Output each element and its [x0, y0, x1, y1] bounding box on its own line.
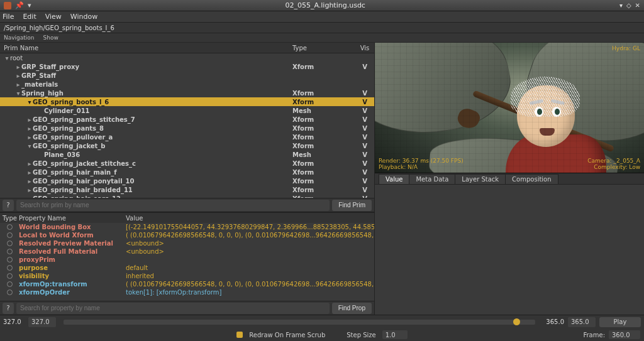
tree-item-vis[interactable]: V: [355, 160, 374, 167]
tree-item-vis[interactable]: V: [355, 169, 374, 176]
pin-icon[interactable]: 📌: [15, 1, 24, 9]
disclosure-icon[interactable]: ▸: [26, 169, 33, 176]
col-prop-type[interactable]: Type: [0, 215, 19, 222]
find-prop-button[interactable]: Find Prop: [332, 303, 372, 314]
tree-item-vis[interactable]: V: [355, 143, 374, 149]
tree-item-vis[interactable]: V: [355, 63, 374, 70]
close-icon[interactable]: ✕: [635, 2, 640, 9]
end-frame-input[interactable]: 365.0: [568, 317, 596, 327]
property-value: ( (0.0106796426698566548, 0, 0, 0), (0, …: [126, 281, 374, 288]
property-row[interactable]: Resolved Preview Material<unbound>: [0, 239, 374, 247]
tree-row[interactable]: Plane_036MeshV: [0, 150, 374, 159]
tree-row[interactable]: ▾Spring_highXformV: [0, 89, 374, 97]
menu-edit[interactable]: Edit: [23, 13, 36, 21]
timeline-handle[interactable]: [513, 318, 520, 325]
help-button[interactable]: ?: [3, 200, 14, 211]
tree-item-vis[interactable]: V: [355, 178, 374, 185]
col-prim-name[interactable]: Prim Name: [0, 45, 292, 51]
navigation-menu[interactable]: Navigation: [4, 35, 35, 41]
tree-row[interactable]: ▸_materials: [0, 80, 374, 89]
find-prim-row: ? Find Prim: [0, 198, 374, 212]
disclosure-icon[interactable]: ▾: [26, 99, 33, 106]
search-prop-input[interactable]: [16, 303, 330, 314]
disclosure-icon[interactable]: ▸: [26, 160, 33, 167]
disclosure-icon[interactable]: ▸: [26, 125, 33, 132]
menu-file[interactable]: File: [3, 13, 14, 21]
col-prop-value[interactable]: Value: [126, 215, 374, 222]
property-row[interactable]: xformOpOrdertoken[1]: [xformOp:transform…: [0, 288, 374, 296]
property-row[interactable]: Resolved Full Material<unbound>: [0, 247, 374, 256]
tree-item-vis[interactable]: V: [355, 187, 374, 193]
tree-row[interactable]: ▸GEO_spring_pants_stitches_7XformV: [0, 115, 374, 124]
step-size-input[interactable]: 1.0: [382, 330, 408, 339]
tree-row[interactable]: ▸GEO_spring_hair_ponytail_10XformV: [0, 176, 374, 185]
maximize-icon[interactable]: ◇: [626, 2, 631, 9]
property-type-icon: [7, 273, 13, 279]
col-prop-name[interactable]: Property Name: [19, 215, 126, 222]
tree-row[interactable]: ▾GEO_spring_boots_l_6XformV: [0, 97, 374, 106]
tree-item-vis[interactable]: V: [355, 134, 374, 141]
minimize-icon[interactable]: ▾: [619, 2, 623, 9]
tree-row[interactable]: ▸GEO_spring_jacket_stitches_cXformV: [0, 159, 374, 168]
col-type[interactable]: Type: [292, 45, 355, 51]
inspector-body: [375, 185, 644, 315]
property-row[interactable]: visibilityinherited: [0, 272, 374, 280]
viewport[interactable]: Hydra: GL Render: 36.37 ms (27.50 FPS) P…: [375, 43, 644, 173]
tree-item-type: Xform: [292, 99, 355, 106]
main-area: Prim Name Type Vis ▾root▸GRP_Staff_proxy…: [0, 43, 644, 315]
property-row[interactable]: Local to World Xform( (0.010679642669856…: [0, 231, 374, 239]
prim-path[interactable]: /Spring_high/GEO_spring_boots_l_6: [0, 23, 644, 33]
tree-row[interactable]: ▸GEO_spring_hair_main_fXformV: [0, 168, 374, 176]
disclosure-icon[interactable]: ▸: [15, 81, 21, 88]
help-button[interactable]: ?: [3, 303, 14, 314]
tab-value[interactable]: Value: [379, 174, 409, 184]
tree-row[interactable]: ▸GEO_spring_pullover_aXformV: [0, 133, 374, 141]
disclosure-icon[interactable]: ▾: [26, 143, 33, 149]
menu-view[interactable]: View: [45, 13, 62, 21]
disclosure-icon[interactable]: ▾: [4, 55, 10, 62]
tree-item-vis[interactable]: V: [355, 107, 374, 114]
search-prim-input[interactable]: [16, 200, 330, 211]
property-row[interactable]: xformOp:transform( (0.010679642669856654…: [0, 280, 374, 288]
redraw-checkbox[interactable]: [236, 332, 243, 338]
prim-tree[interactable]: ▾root▸GRP_Staff_proxyXformV▸GRP_Staff▸_m…: [0, 53, 374, 198]
tree-item-vis[interactable]: V: [355, 99, 374, 106]
property-row[interactable]: World Bounding Box[(-22.149101755044057,…: [0, 223, 374, 231]
menu-window[interactable]: Window: [70, 13, 97, 21]
tree-row[interactable]: ▸GRP_Staff_proxyXformV: [0, 62, 374, 71]
disclosure-icon[interactable]: ▸: [15, 63, 21, 70]
tree-item-vis[interactable]: V: [355, 116, 374, 123]
tree-row[interactable]: ▾root: [0, 53, 374, 62]
disclosure-icon[interactable]: ▸: [26, 178, 33, 185]
find-prim-button[interactable]: Find Prim: [332, 200, 372, 211]
tab-layerstack[interactable]: Layer Stack: [455, 174, 506, 184]
disclosure-icon[interactable]: ▸: [26, 187, 33, 193]
tree-item-vis[interactable]: V: [355, 125, 374, 132]
play-button[interactable]: Play: [599, 317, 641, 327]
tree-row[interactable]: ▸GEO_spring_pants_8XformV: [0, 124, 374, 133]
show-menu[interactable]: Show: [43, 35, 58, 41]
tree-row[interactable]: ▾GEO_spring_jacket_bXformV: [0, 141, 374, 150]
property-row[interactable]: proxyPrim: [0, 256, 374, 264]
disclosure-icon[interactable]: ▸: [26, 134, 33, 141]
timeline-start: 327.0: [3, 318, 25, 325]
tab-metadata[interactable]: Meta Data: [409, 174, 455, 184]
frame-input[interactable]: 360.0: [609, 330, 640, 339]
disclosure-icon[interactable]: ▾: [15, 90, 21, 97]
property-value: ( (0.0106796426698566548, 0, 0, 0), (0, …: [126, 232, 374, 239]
tree-row[interactable]: Cylinder_011MeshV: [0, 106, 374, 115]
start-frame-input[interactable]: 327.0: [28, 317, 56, 327]
property-row[interactable]: purposedefault: [0, 264, 374, 272]
tab-composition[interactable]: Composition: [505, 174, 558, 184]
tree-item-label: GRP_Staff_proxy: [21, 63, 79, 70]
tree-row[interactable]: ▸GEO_spring_hair_braided_11XformV: [0, 185, 374, 194]
tree-item-vis[interactable]: V: [355, 151, 374, 158]
tree-item-vis[interactable]: V: [355, 90, 374, 97]
timeline-track[interactable]: [64, 320, 535, 325]
tree-row[interactable]: ▸GRP_Staff: [0, 71, 374, 80]
tree-item-label: GEO_spring_pants_8: [33, 125, 104, 132]
disclosure-icon[interactable]: ▸: [26, 116, 33, 123]
property-list[interactable]: World Bounding Box[(-22.149101755044057,…: [0, 223, 374, 301]
col-vis[interactable]: Vis: [355, 45, 374, 51]
disclosure-icon[interactable]: ▸: [15, 72, 21, 79]
